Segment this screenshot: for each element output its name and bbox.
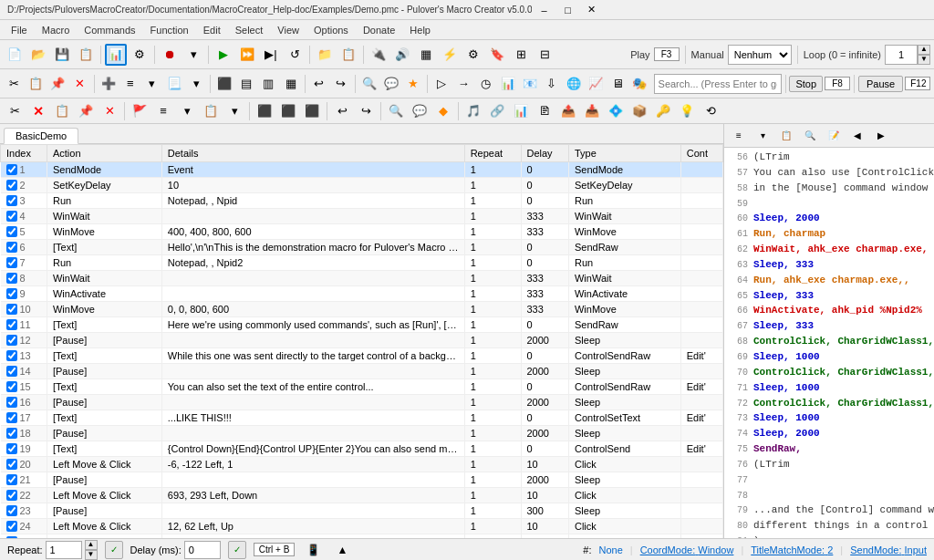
toggle5[interactable]: ⚙ (462, 44, 484, 66)
table-row[interactable]: 2SetKeyDelay1010SetKeyDelay (1, 178, 723, 193)
save-as-button[interactable]: 📋 (75, 44, 97, 66)
table-row[interactable]: 18[Pause]12000Sleep (1, 426, 723, 441)
loop-down-button[interactable]: ▼ (918, 55, 930, 65)
repeat-up-button[interactable]: ▲ (85, 540, 98, 550)
extra1[interactable]: 🎵 (462, 100, 484, 122)
func6[interactable]: ⇩ (542, 73, 562, 95)
menu-item-file[interactable]: File (4, 23, 35, 37)
zoom2-button[interactable]: 🔍 (385, 100, 407, 122)
table-row[interactable]: 8WinWait1333WinWait (1, 271, 723, 286)
row-checkbox[interactable] (6, 273, 17, 284)
table-row[interactable]: 19[Text]{Control Down}{End}{Control UP}{… (1, 441, 723, 457)
stop-button[interactable]: Stop (789, 76, 823, 92)
table-row[interactable]: 16[Pause]12000Sleep (1, 395, 723, 410)
right-btn2[interactable]: ▾ (752, 125, 773, 147)
nav5[interactable]: ▾ (223, 100, 245, 122)
func10[interactable]: 🎭 (629, 73, 649, 95)
row-checkbox[interactable] (6, 257, 17, 268)
col-action[interactable]: Action (47, 145, 161, 162)
table-row[interactable]: 1SendModeEvent10SendMode (1, 162, 723, 178)
right-btn6[interactable]: ◀ (846, 125, 868, 147)
extra11[interactable]: ⟲ (700, 100, 721, 122)
row-checkbox[interactable] (6, 490, 17, 501)
toggle4[interactable]: ⚡ (439, 44, 461, 66)
row-checkbox[interactable] (6, 180, 17, 191)
arrow-up-button[interactable]: ▲ (331, 539, 353, 561)
row-checkbox[interactable] (6, 366, 17, 377)
list2-button[interactable]: 📃 (164, 73, 184, 95)
right-btn4[interactable]: 🔍 (799, 125, 821, 147)
justify3[interactable]: ⬛ (301, 100, 323, 122)
copy-button[interactable]: 📋 (337, 44, 359, 66)
new-button[interactable]: 📄 (4, 44, 26, 66)
func4[interactable]: 📊 (498, 73, 518, 95)
open-file-button[interactable]: 📁 (314, 44, 336, 66)
extra7[interactable]: 💠 (605, 100, 627, 122)
play-to-button[interactable]: ⏩ (236, 44, 258, 66)
paste2-button[interactable]: 📌 (75, 100, 97, 122)
save-button[interactable]: 💾 (51, 44, 73, 66)
menu-item-edit[interactable]: Edit (196, 23, 228, 37)
table-row[interactable]: 10WinMove0, 0, 800, 6001333WinMove (1, 302, 723, 317)
justify2[interactable]: ⬛ (277, 100, 299, 122)
toggle2[interactable]: 🔊 (391, 44, 413, 66)
menu-item-macro[interactable]: Macro (35, 23, 78, 37)
func2[interactable]: → (453, 73, 473, 95)
delete-button[interactable]: ✕ (69, 73, 89, 95)
loop-input[interactable]: 1 (885, 45, 918, 65)
redo2-button[interactable]: ↪ (355, 100, 377, 122)
func7[interactable]: 🌐 (564, 73, 584, 95)
row-checkbox[interactable] (6, 443, 17, 454)
extra4[interactable]: 🖹 (534, 100, 555, 122)
search-input[interactable] (654, 74, 782, 94)
col-cont[interactable]: Cont (680, 145, 722, 162)
open-button[interactable]: 📂 (27, 44, 49, 66)
play-button[interactable]: ▶ (213, 44, 234, 66)
send-mode[interactable]: SendMode: Input (850, 544, 927, 555)
extra9[interactable]: 🔑 (652, 100, 674, 122)
right-btn1[interactable]: ≡ (728, 125, 750, 147)
row-checkbox[interactable] (6, 164, 17, 175)
copy3-button[interactable]: 📋 (51, 100, 73, 122)
table-row[interactable]: 5WinMove400, 400, 800, 6001333WinMove (1, 224, 723, 240)
settings-button[interactable]: ⚙ (129, 44, 150, 66)
loop-up-button[interactable]: ▲ (918, 45, 930, 55)
menu-item-commands[interactable]: Commands (77, 23, 142, 37)
coord-mode[interactable]: CoordMode: Window (640, 544, 734, 555)
title-match-mode[interactable]: TitleMatchMode: 2 (751, 544, 833, 555)
paste-button[interactable]: 📌 (47, 73, 67, 95)
repeat-input[interactable]: 1 (46, 541, 82, 559)
col-type[interactable]: Type (568, 145, 680, 162)
extra2[interactable]: 🔗 (486, 100, 508, 122)
macro-manager-button[interactable]: 📊 (105, 44, 127, 66)
minimize-button[interactable]: – (532, 2, 555, 18)
menu-item-help[interactable]: Help (402, 23, 438, 37)
right-btn7[interactable]: ▶ (870, 125, 892, 147)
chat-button[interactable]: 💬 (381, 73, 401, 95)
x-button[interactable]: ✕ (27, 100, 49, 122)
nav3[interactable]: ▾ (176, 100, 198, 122)
toggle3[interactable]: ▦ (415, 44, 437, 66)
redo-button[interactable]: ↪ (331, 73, 351, 95)
extra8[interactable]: 📦 (628, 100, 650, 122)
list-button[interactable]: ≡ (120, 73, 140, 95)
tab-basicdemo[interactable]: BasicDemo (4, 128, 78, 144)
nav1[interactable]: 🚩 (129, 100, 150, 122)
row-checkbox[interactable] (6, 211, 17, 222)
table-row[interactable]: 22Left Move & Click693, 293 Left, Down11… (1, 488, 723, 503)
manual-select[interactable]: Nenhum (728, 45, 792, 65)
table-row[interactable]: 14[Pause]12000Sleep (1, 364, 723, 379)
col-delay[interactable]: Delay (521, 145, 568, 162)
table-row[interactable]: 13[Text]While this one was sent directly… (1, 348, 723, 364)
right-code-view[interactable]: 56(LTrim57You can also use [ControlClick… (724, 148, 934, 538)
align1[interactable]: ⬛ (214, 73, 234, 95)
scissors-button[interactable]: ✂ (4, 100, 26, 122)
table-row[interactable]: 20Left Move & Click-6, -122 Left, 1110Cl… (1, 457, 723, 472)
repeat-down-button[interactable]: ▼ (85, 550, 98, 560)
table-row[interactable]: 9WinActivate1333WinActivate (1, 286, 723, 302)
align4[interactable]: ▦ (281, 73, 301, 95)
row-checkbox[interactable] (6, 536, 17, 538)
justify1[interactable]: ⬛ (254, 100, 275, 122)
func9[interactable]: 🖥 (607, 73, 628, 95)
toggle8[interactable]: ⊟ (534, 44, 555, 66)
